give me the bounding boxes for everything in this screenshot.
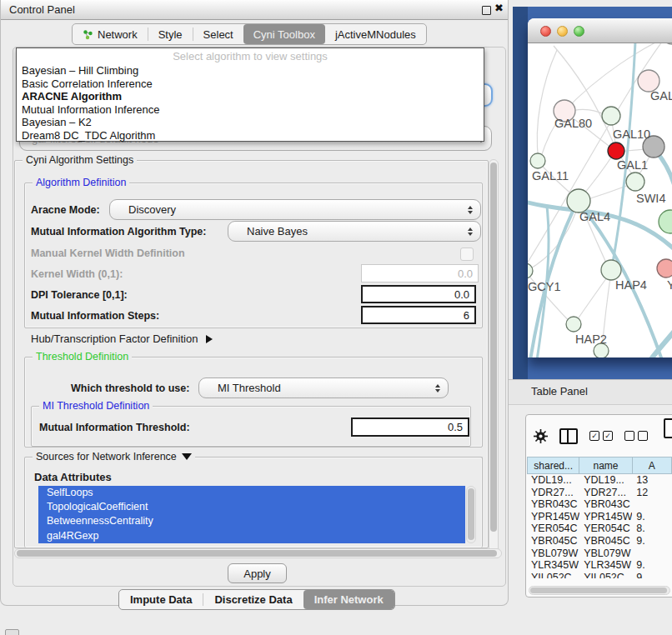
network-node[interactable] [602, 107, 620, 125]
bottom-tab-discretize-data[interactable]: Discretize Data [203, 590, 303, 609]
bottom-tab-infer-network[interactable]: Infer Network [303, 590, 394, 609]
table-cell: YLR345W [527, 559, 579, 572]
apply-button[interactable]: Apply [228, 563, 287, 583]
algorithm-option[interactable]: Dream8 DC_TDC Algorithm [17, 129, 484, 142]
node-label: Y [667, 278, 672, 292]
attribute-list-item[interactable]: SelfLoops [38, 486, 465, 500]
algorithm-option[interactable]: Bayesian – K2 [17, 116, 484, 129]
checked-checkboxes-icon[interactable]: ✓✓ [589, 431, 613, 441]
unchecked-checkboxes-icon[interactable] [624, 431, 648, 441]
tab-jactivemnodules[interactable]: jActiveMNodules [325, 24, 426, 44]
table-row[interactable]: YBR043CYBR043C [527, 498, 672, 511]
table-row[interactable]: YLR345WYLR345W9. [527, 559, 672, 572]
tab-label: jActiveMNodules [335, 28, 416, 41]
network-edge[interactable] [537, 50, 557, 161]
algorithm-option[interactable]: Mutual Information Inference [17, 103, 484, 117]
node-label: GAL80 [554, 117, 592, 130]
settings-vertical-scrollbar[interactable] [489, 159, 499, 557]
zoom-traffic-light-icon[interactable] [574, 26, 584, 37]
algorithm-definition-legend: Algorithm Definition [33, 177, 129, 188]
desktop-left-band [513, 7, 528, 379]
tab-select[interactable]: Select [193, 24, 243, 44]
data-attributes-list[interactable]: SelfLoopsTopologicalCoefficientBetweenne… [38, 486, 465, 543]
cyni-settings-legend: Cyni Algorithm Settings [23, 154, 137, 166]
manual-kernel-checkbox[interactable] [460, 248, 474, 261]
close-icon[interactable]: ✖ [494, 2, 504, 14]
table-row[interactable]: YDR27...YDR27...12 [527, 487, 672, 499]
aracne-mode-combo[interactable]: Discovery [109, 199, 481, 220]
minimize-traffic-light-icon[interactable] [557, 26, 568, 37]
table-cell: YBR043C [579, 498, 632, 511]
collapse-down-icon [182, 453, 192, 460]
tab-label: Network [98, 28, 138, 41]
algorithm-option[interactable]: Basic Correlation Inference [17, 78, 484, 91]
page-corner-icon[interactable] [5, 629, 19, 635]
network-node[interactable] [657, 259, 672, 278]
column-header[interactable]: shared... [527, 457, 579, 474]
table-cell: 9. [632, 511, 672, 523]
which-threshold-combo[interactable]: MI Threshold [198, 378, 449, 398]
control-panel: Control Panel ✖ NetworkStyleSelectCyni T… [0, 0, 509, 606]
table-cell: YBR043C [527, 498, 579, 511]
network-node[interactable] [566, 317, 581, 332]
network-edge[interactable] [554, 46, 616, 149]
network-node[interactable] [530, 153, 545, 168]
combo-stepper-icon [435, 384, 440, 392]
float-window-icon[interactable] [482, 6, 491, 15]
network-node[interactable] [661, 43, 672, 44]
network-node[interactable] [567, 189, 590, 212]
table-cell: YER054C [579, 522, 632, 535]
combo-stepper-icon [468, 206, 473, 214]
kernel-width-field[interactable]: 0.0 [361, 264, 479, 282]
table-cell: 9 [632, 572, 672, 578]
network-node[interactable] [626, 172, 644, 191]
column-header[interactable]: A [633, 457, 672, 474]
table-row[interactable]: YDL19...YDL19...13 [527, 474, 672, 487]
algorithm-option[interactable]: ARACNE Algorithm [17, 90, 484, 103]
attribute-list-item[interactable]: BetweennessCentrality [38, 514, 465, 528]
split-columns-icon[interactable] [559, 428, 578, 444]
document-icon[interactable] [664, 418, 672, 438]
network-node[interactable] [528, 263, 533, 278]
control-panel-title: Control Panel [9, 3, 75, 16]
tab-network[interactable]: Network [73, 24, 148, 44]
node-label: HAP2 [575, 332, 607, 346]
attribute-list-item[interactable]: TopologicalCoefficient [38, 500, 465, 514]
mi-threshold-field[interactable]: 0.5 [351, 418, 469, 437]
bottom-tab-impute-data[interactable]: Impute Data [119, 590, 203, 609]
dpi-tolerance-field[interactable]: 0.0 [361, 285, 476, 303]
sources-legend-text: Sources for Network Inference [36, 451, 177, 462]
network-canvas[interactable]: GALGAL80GAL10GAL1GAL11SWI4GAL4GCY1HAP4YH… [528, 43, 672, 358]
close-traffic-light-icon[interactable] [540, 26, 551, 37]
table-cell: 12 [632, 487, 672, 499]
sources-legend[interactable]: Sources for Network Inference [33, 451, 195, 462]
table-horizontal-scrollbar[interactable] [529, 586, 670, 595]
attribute-list-item[interactable]: gal4RGexp [38, 529, 465, 543]
network-node[interactable] [659, 210, 672, 233]
gear-icon[interactable] [534, 429, 548, 443]
table-row[interactable]: YIL052CYIL052C9 [527, 572, 672, 578]
algorithm-option[interactable]: Bayesian – Hill Climbing [17, 64, 484, 78]
network-window-titlebar[interactable] [528, 18, 672, 43]
aracne-mode-label: Aracne Mode: [31, 204, 100, 216]
mi-steps-field[interactable]: 6 [361, 306, 476, 324]
attributes-scrollbar[interactable] [466, 486, 476, 543]
table-row[interactable]: YER054CYER054C8. [527, 522, 672, 535]
table-row[interactable]: YPR145WYPR145W9. [527, 511, 672, 523]
control-panel-titlebar[interactable]: Control Panel ✖ [1, 0, 508, 20]
tab-cyni-toolbox[interactable]: Cyni Toolbox [243, 24, 325, 44]
tab-style[interactable]: Style [148, 24, 193, 44]
network-node[interactable] [608, 142, 624, 159]
mi-type-combo[interactable]: Naive Bayes [228, 221, 481, 242]
mi-threshold-legend: MI Threshold Definition [39, 400, 153, 412]
column-header[interactable]: name [579, 457, 632, 474]
table-cell: YIL052C [579, 572, 632, 578]
network-node[interactable] [601, 260, 621, 280]
table-cell: YBL079W [527, 548, 579, 560]
table-row[interactable]: YBL079WYBL079W [527, 548, 672, 560]
cyni-bottom-tabs: Impute DataDiscretize DataInfer Network [118, 589, 395, 610]
table-row[interactable]: YBR045CYBR045C9. [527, 535, 672, 548]
table-cell: YDL19... [579, 474, 632, 487]
settings-horizontal-scrollbar[interactable] [14, 548, 502, 558]
hub-definition-expander[interactable]: Hub/Transcription Factor Definition [31, 332, 213, 345]
